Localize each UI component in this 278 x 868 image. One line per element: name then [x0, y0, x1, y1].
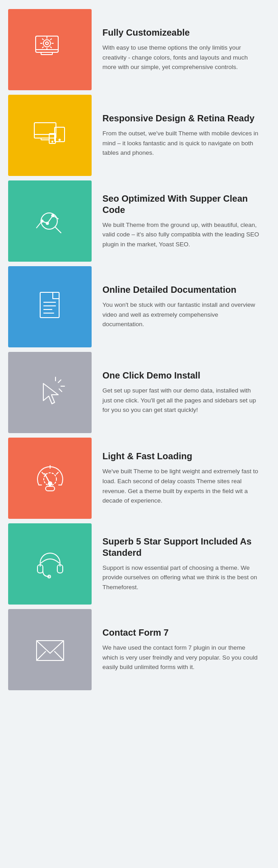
feature-item-docs: Online Detailed Documentation You won't … — [8, 266, 270, 347]
feature-desc-seo: We built Theme from the ground up, with … — [102, 220, 261, 249]
feature-title-docs: Online Detailed Documentation — [102, 284, 261, 295]
feature-title-contact: Contact Form 7 — [102, 627, 261, 638]
svg-point-24 — [41, 220, 43, 222]
svg-rect-14 — [34, 123, 56, 138]
customizeable-icon — [32, 32, 68, 68]
feature-list: Fully Customizeable With easy to use the… — [0, 0, 278, 699]
feature-title-seo: Seo Optimized With Supper Clean Code — [102, 193, 261, 216]
demo-icon — [32, 374, 68, 411]
feature-desc-support: Support is now essential part of choosin… — [102, 563, 261, 592]
svg-point-19 — [59, 139, 60, 141]
feature-content-demo: One Click Demo Install Get set up super … — [92, 352, 270, 433]
svg-point-26 — [51, 215, 54, 217]
feature-item-speed: Light & Fast Loading We've built Theme t… — [8, 438, 270, 519]
svg-line-35 — [59, 389, 62, 392]
svg-rect-27 — [40, 292, 59, 318]
svg-point-25 — [46, 222, 48, 225]
feature-desc-docs: You won't be stuck with our fantastic in… — [102, 300, 261, 329]
svg-line-12 — [51, 39, 51, 40]
feature-item-support: Superb 5 Star Support Included As Stande… — [8, 523, 270, 605]
feature-item-seo: Seo Optimized With Supper Clean Code We … — [8, 180, 270, 262]
svg-line-51 — [55, 651, 64, 660]
icon-box-seo — [8, 180, 92, 262]
feature-title-demo: One Click Demo Install — [102, 370, 261, 381]
feature-content-speed: Light & Fast Loading We've built Theme t… — [92, 438, 270, 519]
feature-desc-demo: Get set up super fast with our demo data… — [102, 386, 261, 415]
icon-box-responsive — [8, 95, 92, 176]
svg-point-43 — [48, 482, 52, 485]
feature-item-contact: Contact Form 7 We have used the contact … — [8, 609, 270, 690]
icon-box-docs — [8, 266, 92, 347]
icon-box-customizeable — [8, 9, 92, 90]
svg-marker-32 — [43, 383, 58, 404]
speed-icon — [32, 460, 68, 496]
svg-line-23 — [55, 227, 61, 233]
svg-line-33 — [58, 380, 61, 383]
svg-line-11 — [51, 47, 51, 48]
svg-point-4 — [43, 40, 51, 47]
docs-icon — [32, 289, 68, 325]
icon-box-contact — [8, 609, 92, 690]
svg-point-21 — [51, 141, 52, 142]
icon-box-support — [8, 523, 92, 605]
svg-rect-17 — [41, 138, 49, 140]
icon-box-speed — [8, 438, 92, 519]
svg-line-10 — [42, 39, 43, 40]
svg-rect-49 — [37, 641, 64, 660]
feature-title-responsive: Responsive Design & Retina Ready — [102, 113, 261, 124]
feature-title-support: Superb 5 Star Support Included As Stande… — [102, 536, 261, 559]
seo-icon — [32, 203, 68, 239]
feature-item-demo: One Click Demo Install Get set up super … — [8, 352, 270, 433]
feature-content-customizeable: Fully Customizeable With easy to use the… — [92, 9, 270, 90]
feature-content-responsive: Responsive Design & Retina Ready From th… — [92, 95, 270, 176]
responsive-icon — [32, 117, 68, 153]
feature-desc-contact: We have used the contact form 7 plugin i… — [102, 643, 261, 672]
svg-line-13 — [42, 47, 43, 48]
support-icon — [32, 546, 68, 582]
svg-line-40 — [42, 472, 44, 474]
svg-line-50 — [37, 651, 46, 660]
svg-rect-3 — [41, 52, 52, 55]
feature-item-fully-customizeable: Fully Customizeable With easy to use the… — [8, 9, 270, 90]
feature-title-speed: Light & Fast Loading — [102, 451, 261, 462]
feature-content-contact: Contact Form 7 We have used the contact … — [92, 609, 270, 690]
svg-point-5 — [46, 42, 48, 45]
svg-rect-45 — [46, 486, 55, 491]
feature-desc-speed: We've built Theme to be light weight and… — [102, 466, 261, 505]
feature-content-support: Superb 5 Star Support Included As Stande… — [92, 523, 270, 605]
feature-desc-customizeable: With easy to use theme options the only … — [102, 43, 261, 72]
mail-icon — [32, 632, 68, 668]
icon-box-demo — [8, 352, 92, 433]
feature-desc-responsive: From the outset, we've built Theme with … — [102, 129, 261, 158]
feature-content-seo: Seo Optimized With Supper Clean Code We … — [92, 180, 270, 262]
feature-title-customizeable: Fully Customizeable — [102, 27, 261, 38]
svg-line-41 — [56, 472, 58, 474]
feature-content-docs: Online Detailed Documentation You won't … — [92, 266, 270, 347]
feature-item-responsive: Responsive Design & Retina Ready From th… — [8, 95, 270, 176]
